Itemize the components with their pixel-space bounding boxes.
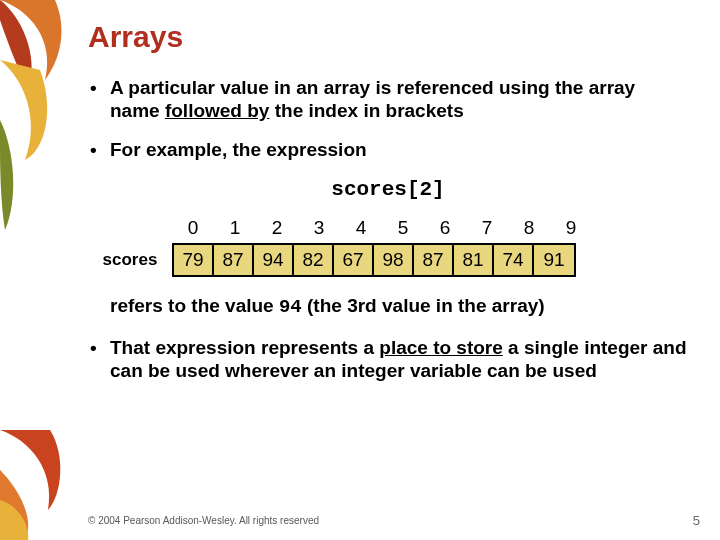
refers-pre: refers to the value: [110, 295, 279, 316]
array-index: 2: [256, 215, 298, 243]
page-number: 5: [693, 513, 700, 528]
array-label: scores: [88, 250, 172, 270]
array-cell: 81: [454, 245, 494, 275]
slide-title: Arrays: [88, 20, 688, 54]
array-index: 7: [466, 215, 508, 243]
array-index: 0: [172, 215, 214, 243]
array-index: 5: [382, 215, 424, 243]
array-index: 3: [298, 215, 340, 243]
array-cell: 79: [174, 245, 214, 275]
bullet-1-underline: followed by: [165, 100, 270, 121]
bullet-1: A particular value in an array is refere…: [88, 76, 688, 122]
array-diagram: . 0 1 2 3 4 5 6 7 8 9 scores 79 87 94 82…: [88, 215, 688, 277]
array-cell: 74: [494, 245, 534, 275]
array-cell: 98: [374, 245, 414, 275]
refers-text: refers to the value 94 (the 3rd value in…: [110, 295, 688, 318]
array-index: 4: [340, 215, 382, 243]
array-cell: 91: [534, 245, 574, 275]
leaf-decoration: [0, 0, 70, 540]
bullet-3: That expression represents a place to st…: [88, 336, 688, 382]
bullet-3-underline: place to store: [379, 337, 503, 358]
bullet-3-pre: That expression represents a: [110, 337, 379, 358]
refers-code: 94: [279, 296, 302, 318]
array-cell: 87: [214, 245, 254, 275]
array-index: 6: [424, 215, 466, 243]
refers-post: (the 3rd value in the array): [302, 295, 545, 316]
array-cell: 82: [294, 245, 334, 275]
bullet-1-post: the index in brackets: [269, 100, 463, 121]
array-index: 8: [508, 215, 550, 243]
array-index: 9: [550, 215, 592, 243]
array-cell: 94: [254, 245, 294, 275]
code-expression: scores[2]: [88, 178, 688, 201]
bullet-2: For example, the expression: [88, 138, 688, 161]
copyright-footer: © 2004 Pearson Addison-Wesley. All right…: [88, 515, 319, 526]
array-cell: 87: [414, 245, 454, 275]
array-cell: 67: [334, 245, 374, 275]
array-index: 1: [214, 215, 256, 243]
array-values: 79 87 94 82 67 98 87 81 74 91: [172, 243, 576, 277]
